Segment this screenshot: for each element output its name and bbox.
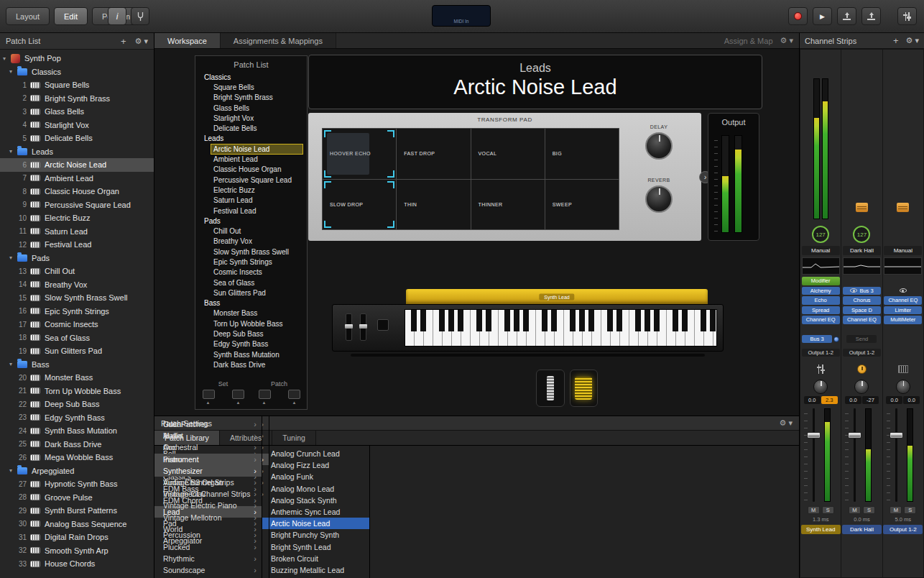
patch-row[interactable]: ▾ 22 Deep Sub Bass [0, 398, 154, 411]
insert-slot[interactable]: MultiMeter [884, 316, 922, 324]
onscreen-patch-row[interactable]: Sun Glitters Pad [195, 288, 307, 298]
output-slot[interactable]: Output 1-2 [802, 349, 840, 357]
library-row[interactable]: Plucked › [154, 541, 262, 553]
onscreen-patch-row[interactable]: Arctic Noise Lead [195, 144, 307, 154]
patch-row[interactable]: ▾ 17 Cosmic Insects [0, 318, 154, 331]
mod-wheel[interactable] [570, 370, 599, 407]
library-row[interactable]: Broken Circuit [262, 553, 369, 564]
patch-row[interactable]: ▾ 25 Dark Bass Drive [0, 438, 154, 451]
strip-setting-button[interactable]: Manual [802, 246, 840, 255]
patch-row[interactable]: ▾ 29 Synth Burst Patterns [0, 504, 154, 518]
patch-settings-tab[interactable]: Patch Library [154, 431, 220, 445]
disclosure-triangle-icon[interactable]: ▾ [9, 148, 17, 155]
send-slot[interactable]: Bus 3 [802, 335, 832, 344]
patch-row[interactable]: ▾ 23 Edgy Synth Bass [0, 411, 154, 425]
patch-row[interactable]: ▾ 1 Square Bells [0, 78, 154, 92]
pan-knob[interactable] [813, 380, 828, 394]
library-row[interactable]: Analog Mono Lead [262, 483, 369, 495]
eq-thumbnail[interactable] [802, 257, 840, 275]
volume-fader[interactable] [883, 406, 923, 504]
onscreen-patch-row[interactable]: Festival Lead [195, 206, 307, 216]
strip-setting-button[interactable]: Dark Hall [843, 246, 881, 255]
library-row[interactable]: Bright Synth Lead [262, 541, 369, 553]
piano-keys[interactable] [405, 309, 717, 347]
fader-cap[interactable] [807, 432, 821, 439]
patch-row[interactable]: ▾ 2 Bright Synth Brass [0, 92, 154, 106]
patch-row[interactable]: ▾ 5 Delicate Bells [0, 132, 154, 145]
midi-fx-slot[interactable]: Modifier [802, 277, 840, 285]
info-button[interactable]: i [108, 7, 126, 25]
mini-fader[interactable] [360, 313, 366, 341]
solo-button[interactable]: S [822, 506, 834, 514]
assign-map-button[interactable]: Assign & Map [724, 37, 773, 45]
patch-row[interactable]: ▾ 15 Slow Synth Brass Swell [0, 291, 154, 305]
patch-row[interactable]: ▾ 12 Festival Lead [0, 238, 154, 252]
transform-pad-cell[interactable]: FAST DROP [397, 129, 470, 179]
strip-setting-button[interactable]: Manual [884, 246, 922, 255]
transform-pad-cell[interactable]: THINNER [471, 180, 545, 230]
patch-row[interactable]: ▾ Classics [0, 65, 154, 79]
onscreen-patch-row[interactable]: Breathy Vox [195, 237, 307, 247]
onscreen-patch-row[interactable]: Epic Synth Strings [195, 257, 307, 267]
transform-pad-cell[interactable]: BIG [545, 129, 619, 179]
onscreen-patch-row[interactable]: Starlight Vox [195, 113, 307, 123]
patch-row[interactable]: ▾ Bass [0, 358, 154, 372]
insert-slot[interactable]: Spread [802, 306, 840, 315]
library-row[interactable]: EDM Bass › [154, 483, 262, 495]
onscreen-patch-row[interactable]: Slow Synth Brass Swell [195, 247, 307, 257]
patch-row[interactable]: ▾ 19 Sun Glitters Pad [0, 344, 154, 358]
patch-row[interactable]: ▾ 10 Electric Buzz [0, 211, 154, 225]
onscreen-patch-row[interactable]: Glass Bells [195, 103, 307, 113]
mute-button[interactable]: M [890, 506, 902, 514]
onscreen-patch-row[interactable]: Square Bells [195, 82, 307, 92]
patch-list-action-menu[interactable]: ⚙ ▾ [135, 37, 148, 46]
insert-slot[interactable]: Channel EQ [802, 316, 840, 324]
eq-thumbnail[interactable] [884, 257, 922, 275]
insert-slot[interactable]: Space D [843, 306, 881, 315]
library-row[interactable]: Percussion › [154, 529, 262, 541]
onscreen-patch-row[interactable]: Monster Bass [195, 308, 307, 318]
insert-slot[interactable]: Chorus [843, 296, 881, 305]
library-row[interactable]: Analog Stack Synth [262, 495, 369, 506]
library-row[interactable]: Anthemic Sync Lead [262, 506, 369, 518]
fader-cap[interactable] [890, 432, 903, 439]
reverb-knob[interactable] [645, 185, 673, 213]
onscreen-patch-row[interactable]: Sea of Glass [195, 277, 307, 288]
solo-button[interactable]: S [863, 506, 875, 514]
tuner-button[interactable] [131, 7, 149, 25]
patch-row[interactable]: ▾ 28 Groove Pulse [0, 491, 154, 505]
transform-pad-cell[interactable]: VOCAL [471, 129, 545, 179]
pan-knob[interactable] [896, 380, 910, 394]
patch-row[interactable]: ▾ 30 Analog Bass Sequence [0, 518, 154, 531]
patch-row[interactable]: ▾ Synth Pop [0, 52, 154, 65]
insert-slot[interactable]: Channel EQ [884, 296, 922, 305]
mute-button[interactable]: M [849, 506, 861, 514]
onscreen-patch-row[interactable]: Percussive Square Lead [195, 175, 307, 185]
patch-row[interactable]: ▾ 26 Mega Wobble Bass [0, 451, 154, 464]
patch-down-button[interactable] [259, 390, 271, 399]
insert-slot[interactable]: Limiter [884, 306, 922, 315]
share-button-1[interactable] [837, 7, 856, 25]
transform-pad-cell[interactable]: HOOVER ECHO [323, 129, 396, 179]
patch-row[interactable]: ▾ 9 Percussive Square Lead [0, 198, 154, 212]
fader-cap[interactable] [848, 432, 861, 439]
onscreen-patch-row[interactable]: Leads [195, 134, 307, 144]
patch-row[interactable]: ▾ 14 Breathy Vox [0, 278, 154, 292]
eq-thumbnail[interactable] [843, 257, 881, 275]
share-button-2[interactable] [861, 7, 881, 25]
mode-button[interactable]: Layout [6, 7, 50, 25]
patch-row[interactable]: ▾ 31 Digital Rain Drops [0, 531, 154, 544]
patch-settings-tab[interactable]: Attributes [220, 431, 272, 445]
solo-button[interactable]: S [904, 506, 916, 514]
patch-row[interactable]: ▾ 16 Epic Synth Strings [0, 305, 154, 318]
insert-slot[interactable]: Channel EQ [843, 316, 881, 324]
input-slot[interactable]: Bus 3 [843, 287, 881, 295]
library-row[interactable]: Analog Crunch Lead [262, 448, 369, 459]
disclosure-triangle-icon[interactable]: ▾ [9, 467, 17, 474]
send-slot[interactable]: Send [846, 335, 877, 344]
volume-fader[interactable] [800, 406, 841, 504]
output-slot[interactable]: Output 1-2 [843, 349, 881, 357]
patch-up-button[interactable] [288, 390, 300, 399]
strip-name[interactable]: Output 1-2 [883, 525, 923, 534]
patch-row[interactable]: ▾ Arpeggiated [0, 464, 154, 478]
